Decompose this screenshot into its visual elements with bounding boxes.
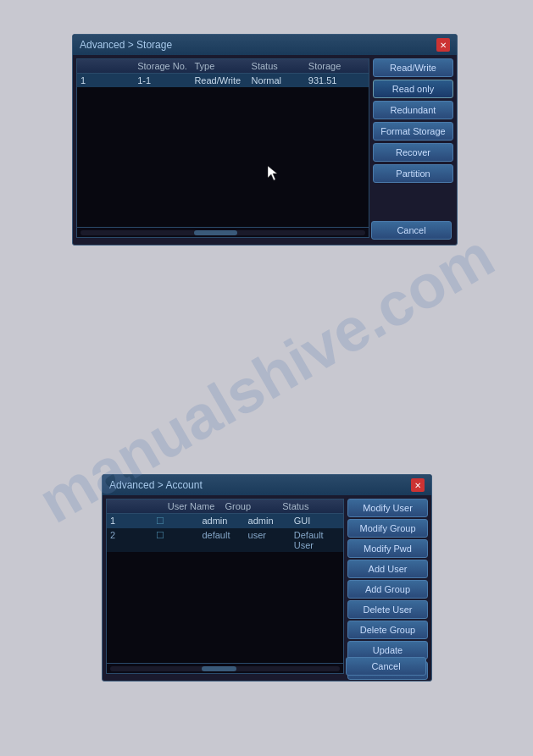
account-title-text: Advanced > Account [109,479,203,491]
storage-close-button[interactable]: ✕ [436,38,450,52]
account-dialog-body: User Name Group Status 1 ☐ admin admin G… [103,495,431,677]
account-header-num [110,501,168,511]
account-cancel-button[interactable]: Cancel [346,657,426,676]
format-storage-button[interactable]: Format Storage [373,122,453,141]
read-only-button[interactable]: Read only [373,80,453,98]
recover-button[interactable]: Recover [373,143,453,162]
svg-marker-0 [268,166,277,180]
account-scrollbar-track[interactable] [110,666,340,671]
storage-scrollbar-track[interactable] [81,230,365,235]
account-row2-num: 2 [110,530,156,550]
account-row1-group: admin [248,516,294,527]
storage-row-num: 1 [81,75,137,86]
redundant-button[interactable]: Redundant [373,101,453,119]
account-table-header: User Name Group Status [107,499,343,514]
storage-table-area: Storage No. Type Status Storage 1 1-1 Re… [76,58,369,238]
storage-scrollbar-thumb[interactable] [194,230,236,235]
account-row1-check[interactable]: ☐ [156,516,202,527]
account-row2-group: user [248,530,294,550]
storage-cancel-button[interactable]: Cancel [371,221,452,240]
delete-group-button[interactable]: Delete Group [347,621,428,639]
account-dialog: Advanced > Account ✕ User Name Group Sta… [102,474,432,682]
account-row2-check[interactable]: ☐ [156,530,202,550]
account-table-content [107,552,343,663]
storage-row-no: 1-1 [137,75,194,86]
account-scrollbar-thumb[interactable] [202,666,236,671]
add-user-button[interactable]: Add User [347,560,428,578]
modify-group-button[interactable]: Modify Group [347,519,428,538]
account-row1-username: admin [202,516,247,527]
storage-header-type: Type [194,61,251,71]
account-scrollbar[interactable] [107,663,343,673]
modify-user-button[interactable]: Modify User [347,499,428,517]
account-table-row-2[interactable]: 2 ☐ default user Default User [107,528,343,552]
storage-title-text: Advanced > Storage [80,39,172,51]
account-row2-status: Default User [294,530,340,550]
cursor-icon [268,166,278,181]
modify-pwd-button[interactable]: Modify Pwd [347,539,428,558]
storage-dialog: Advanced > Storage ✕ Storage No. Type St… [72,34,458,246]
account-table-row-1[interactable]: 1 ☐ admin admin GUI [107,514,343,528]
account-close-button[interactable]: ✕ [411,478,425,492]
storage-table-header: Storage No. Type Status Storage [77,59,369,74]
account-header-username: User Name [168,501,225,511]
storage-table-content [77,87,369,227]
storage-scrollbar[interactable] [77,227,369,237]
account-row1-status: GUI [294,516,340,527]
storage-buttons-panel: Read/Write Read only Redundant Format St… [373,58,453,238]
account-header-group: Group [225,501,283,511]
storage-table-row[interactable]: 1 1-1 Read/Write Normal 931.51 [77,74,369,87]
storage-header-num [81,61,137,71]
read-write-button[interactable]: Read/Write [373,58,453,77]
account-row2-username: default [202,530,247,550]
storage-row-status: Normal [252,75,308,86]
add-group-button[interactable]: Add Group [347,580,428,599]
storage-header-storage: Storage [308,61,365,71]
account-header-status: Status [282,501,340,511]
account-buttons-panel: Modify User Modify Group Modify Pwd Add … [347,499,428,674]
storage-dialog-body: Storage No. Type Status Storage 1 1-1 Re… [73,55,457,241]
delete-user-button[interactable]: Delete User [347,600,428,619]
account-dialog-title: Advanced > Account ✕ [103,475,431,495]
partition-button[interactable]: Partition [373,164,453,183]
storage-dialog-title: Advanced > Storage ✕ [73,35,457,55]
storage-header-status: Status [252,61,308,71]
storage-header-no: Storage No. [137,61,194,71]
account-row1-num: 1 [110,516,156,527]
storage-row-type: Read/Write [194,75,251,86]
storage-row-storage: 931.51 [308,75,365,86]
account-table-area: User Name Group Status 1 ☐ admin admin G… [106,499,344,674]
